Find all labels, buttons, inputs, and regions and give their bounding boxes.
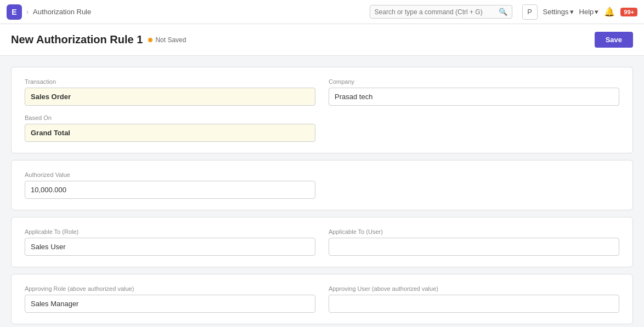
notification-badge: 99+: [620, 8, 637, 16]
applicable-user-input[interactable]: [329, 238, 619, 256]
settings-menu[interactable]: Settings ▾: [543, 8, 574, 16]
search-input[interactable]: [375, 8, 495, 16]
transaction-label: Transaction: [25, 78, 315, 85]
company-input[interactable]: [329, 88, 619, 106]
authorized-value-input[interactable]: [25, 181, 315, 199]
transaction-input[interactable]: [25, 88, 315, 106]
profile-button[interactable]: P: [522, 4, 538, 20]
search-bar[interactable]: 🔍: [370, 5, 512, 19]
settings-chevron-icon: ▾: [570, 8, 574, 16]
based-on-group: Based On: [25, 114, 315, 142]
based-on-input[interactable]: [25, 124, 315, 142]
nav-right-actions: P Settings ▾ Help ▾ 🔔 99+: [522, 4, 637, 20]
transaction-company-row: Transaction Company: [25, 78, 619, 106]
help-label: Help: [579, 8, 594, 16]
main-content: Transaction Company Based On Authorized …: [0, 56, 644, 327]
approving-role-input[interactable]: [25, 295, 315, 313]
title-group: New Authorization Rule 1 Not Saved: [11, 33, 186, 46]
applicable-user-group: Applicable To (User): [329, 228, 619, 256]
notifications-icon[interactable]: 🔔: [604, 7, 615, 17]
applicable-row: Applicable To (Role) Applicable To (User…: [25, 228, 619, 256]
applicable-role-group: Applicable To (Role): [25, 228, 315, 256]
page-header: New Authorization Rule 1 Not Saved Save: [0, 24, 644, 56]
form-section-1: Transaction Company Based On: [11, 67, 633, 153]
not-saved-dot: [148, 38, 152, 42]
settings-label: Settings: [543, 8, 569, 16]
approving-user-label: Approving User (above authorized value): [329, 285, 619, 292]
search-icon: 🔍: [499, 8, 507, 16]
form-section-3: Applicable To (Role) Applicable To (User…: [11, 217, 633, 267]
approving-user-input[interactable]: [329, 295, 619, 313]
applicable-user-label: Applicable To (User): [329, 228, 619, 235]
approving-role-label: Approving Role (above authorized value): [25, 285, 315, 292]
authorized-value-group: Authorized Value: [25, 171, 315, 199]
company-label: Company: [329, 78, 619, 85]
help-menu[interactable]: Help ▾: [579, 8, 599, 16]
app-logo: E: [7, 4, 22, 20]
not-saved-label: Not Saved: [155, 36, 186, 44]
authorized-value-row: Authorized Value: [25, 171, 619, 199]
breadcrumb-chevron: ›: [26, 8, 29, 16]
page-title: New Authorization Rule 1: [11, 33, 143, 46]
transaction-group: Transaction: [25, 78, 315, 106]
save-button[interactable]: Save: [595, 32, 633, 48]
breadcrumb-label: Authorization Rule: [33, 8, 91, 16]
form-section-4: Approving Role (above authorized value) …: [11, 274, 633, 324]
top-navigation: E › Authorization Rule 🔍 P Settings ▾ He…: [0, 0, 644, 24]
help-chevron-icon: ▾: [595, 8, 598, 16]
applicable-role-label: Applicable To (Role): [25, 228, 315, 235]
applicable-role-input[interactable]: [25, 238, 315, 256]
company-group: Company: [329, 78, 619, 106]
based-on-row: Based On: [25, 114, 619, 142]
approving-user-group: Approving User (above authorized value): [329, 285, 619, 313]
not-saved-indicator: Not Saved: [148, 36, 186, 44]
authorized-value-label: Authorized Value: [25, 171, 315, 178]
approving-role-group: Approving Role (above authorized value): [25, 285, 315, 313]
approving-row: Approving Role (above authorized value) …: [25, 285, 619, 313]
form-section-2: Authorized Value: [11, 160, 633, 210]
based-on-label: Based On: [25, 114, 315, 121]
